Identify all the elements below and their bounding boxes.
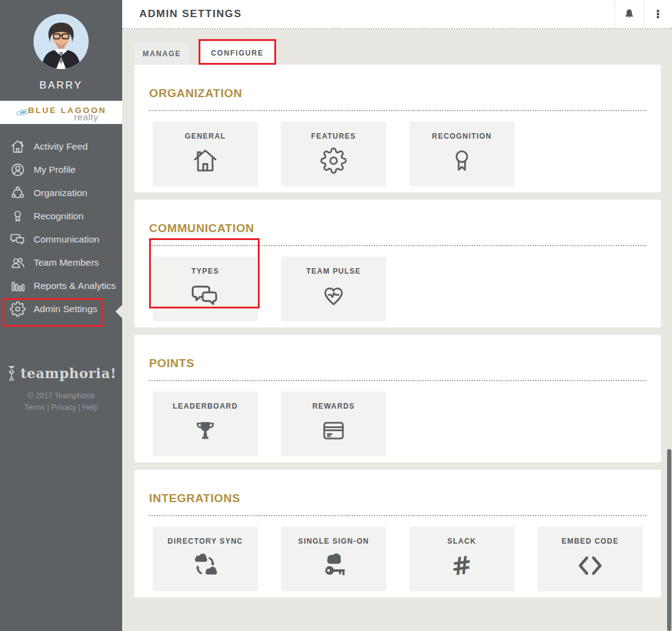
- active-nav-caret: [115, 305, 122, 318]
- section-title: ORGANIZATION: [149, 87, 646, 100]
- tab-configure[interactable]: CONFIGURE: [200, 42, 274, 65]
- user-name: BARRY: [0, 79, 122, 92]
- section-points: POINTS LEADERBOARD REWARDS: [134, 335, 661, 462]
- sidebar-item-organization[interactable]: Organization: [0, 181, 122, 205]
- sidebar-item-my-profile[interactable]: My Profile: [0, 158, 122, 181]
- ribbon-icon: [10, 208, 26, 224]
- section-integrations: INTEGRATIONS DIRECTORY SYNC: [134, 470, 661, 597]
- network-nodes-icon: [10, 185, 26, 201]
- tile-embed-code[interactable]: EMBED CODE: [538, 527, 643, 591]
- sidebar-item-label: Recognition: [34, 211, 84, 222]
- trophy-icon: [192, 410, 219, 456]
- tile-rewards[interactable]: REWARDS: [281, 392, 386, 456]
- tile-features[interactable]: FEATURES: [281, 122, 386, 186]
- hashtag-icon: #: [451, 545, 472, 591]
- tile-label: RECOGNITION: [432, 132, 492, 140]
- tile-row: LEADERBOARD REWARDS: [153, 392, 646, 456]
- company-suffix: realty: [74, 112, 98, 122]
- home-icon: [10, 139, 26, 155]
- tile-label: FEATURES: [311, 132, 356, 140]
- reward-card-icon: [319, 410, 348, 456]
- bell-icon: [623, 8, 635, 20]
- sidebar: BARRY BLUE LAGOON realty Activity Feed: [0, 0, 122, 631]
- tile-leaderboard[interactable]: LEADERBOARD: [153, 392, 258, 456]
- tile-label: SINGLE SIGN-ON: [298, 537, 369, 545]
- sidebar-item-admin-settings[interactable]: Admin Settings: [0, 297, 122, 321]
- help-link[interactable]: Help: [82, 403, 98, 412]
- tile-label: GENERAL: [184, 132, 225, 140]
- tile-team-pulse[interactable]: TEAM PULSE: [281, 257, 386, 321]
- tile-directory-sync[interactable]: DIRECTORY SYNC: [153, 527, 258, 591]
- cloud-sync-icon: [190, 545, 221, 591]
- profile-icon: [10, 162, 26, 178]
- dotted-divider: [149, 380, 646, 381]
- section-organization: ORGANIZATION GENERAL FEATURES: [134, 65, 661, 192]
- tile-label: REWARDS: [312, 402, 355, 410]
- tile-label: TEAM PULSE: [306, 267, 360, 275]
- legal-separator: |: [47, 403, 49, 412]
- notifications-button[interactable]: [615, 0, 643, 28]
- sidebar-item-label: Organization: [34, 188, 87, 199]
- privacy-link[interactable]: Privacy: [51, 403, 76, 412]
- sidebar-footer: teamphoria! © 2017 Teamphoria Terms | Pr…: [0, 365, 122, 414]
- heart-pulse-icon: [320, 275, 347, 321]
- company-logo: BLUE LAGOON realty: [0, 101, 122, 124]
- profile-block: BARRY: [0, 0, 122, 92]
- section-title: COMMUNICATION: [149, 222, 646, 235]
- legal-separator: |: [78, 403, 80, 412]
- gear-icon: [10, 301, 26, 317]
- sidebar-item-label: Team Members: [34, 257, 99, 268]
- tile-row: DIRECTORY SYNC SINGLE SIGN-ON: [153, 527, 646, 591]
- sidebar-item-activity-feed[interactable]: Activity Feed: [0, 135, 122, 158]
- dotted-divider: [149, 110, 646, 111]
- chat-bubbles-icon: [191, 275, 220, 321]
- terms-link[interactable]: Terms: [24, 403, 45, 412]
- cloud-key-icon: [318, 545, 349, 591]
- tile-general[interactable]: GENERAL: [153, 122, 258, 186]
- tile-label: SLACK: [447, 537, 476, 545]
- scrollbar-thumb[interactable]: [667, 449, 671, 631]
- copyright: © 2017 Teamphoria Terms | Privacy | Help: [0, 390, 122, 414]
- tile-recognition[interactable]: RECOGNITION: [409, 122, 514, 186]
- top-bar: ADMIN SETTINGS: [122, 0, 672, 29]
- tile-slack[interactable]: SLACK #: [409, 527, 514, 591]
- tile-label: TYPES: [191, 267, 219, 275]
- sidebar-item-reports-analytics[interactable]: Reports & Analytics: [0, 274, 122, 297]
- tile-single-sign-on[interactable]: SINGLE SIGN-ON: [281, 527, 386, 591]
- sidebar-item-label: Admin Settings: [34, 304, 97, 315]
- tile-label: EMBED CODE: [561, 537, 618, 545]
- main-content: ADMIN SETTINGS MANAGE CONFIGURE ORGANIZA…: [122, 0, 672, 631]
- sidebar-item-label: My Profile: [34, 164, 76, 175]
- house-icon: [191, 140, 219, 186]
- settings-tabs: MANAGE CONFIGURE: [122, 29, 672, 65]
- section-title: INTEGRATIONS: [149, 492, 646, 505]
- dotted-divider: [149, 245, 646, 246]
- sidebar-item-recognition[interactable]: Recognition: [0, 205, 122, 228]
- tile-row: GENERAL FEATURES RECOGNITION: [153, 122, 646, 186]
- bar-chart-icon: [10, 278, 26, 294]
- more-options-button[interactable]: [643, 0, 672, 28]
- ribbon-icon: [448, 140, 476, 186]
- sidebar-item-label: Communication: [34, 234, 100, 245]
- cheer-figure-icon: [5, 365, 18, 382]
- legal-links: Terms | Privacy | Help: [0, 402, 122, 414]
- section-communication: COMMUNICATION TYPES TEAM PULSE: [134, 200, 661, 327]
- sidebar-item-team-members[interactable]: Team Members: [0, 251, 122, 274]
- page-title: ADMIN SETTINGS: [122, 0, 615, 28]
- brand-logo: teamphoria!: [0, 365, 122, 382]
- avatar-photo: [34, 14, 89, 69]
- tab-manage[interactable]: MANAGE: [134, 43, 189, 65]
- tile-types[interactable]: TYPES: [153, 257, 258, 321]
- dotted-divider: [149, 515, 646, 516]
- sidebar-item-communication[interactable]: Communication: [0, 228, 122, 251]
- section-title: POINTS: [149, 357, 646, 370]
- tile-row: TYPES TEAM PULSE: [153, 257, 646, 321]
- avatar[interactable]: [34, 14, 89, 69]
- chat-bubbles-icon: [10, 232, 26, 247]
- kebab-icon: [657, 9, 659, 20]
- sidebar-nav: Activity Feed My Profile Organization: [0, 135, 122, 321]
- sidebar-item-label: Reports & Analytics: [34, 280, 115, 291]
- tile-label: LEADERBOARD: [173, 402, 238, 410]
- copyright-line: © 2017 Teamphoria: [0, 390, 122, 402]
- gear-icon: [320, 140, 347, 186]
